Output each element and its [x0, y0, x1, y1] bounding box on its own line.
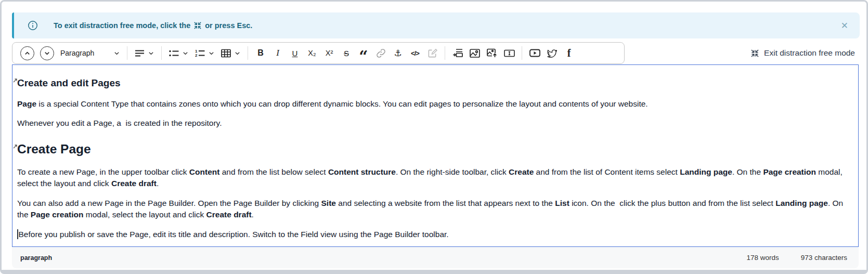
paragraph: You can also add a new Page in the Page … — [17, 198, 848, 221]
character-count: 973 characters — [801, 254, 847, 262]
paragraph: Page is a special Content Type that cont… — [17, 98, 848, 110]
text-field-button[interactable] — [501, 44, 517, 62]
heading-text: Create Page — [17, 142, 91, 156]
anchor-button[interactable]: ⚓ — [390, 44, 406, 62]
superscript-button[interactable]: X² — [321, 44, 338, 62]
numbered-list-icon: 12 — [195, 49, 205, 57]
move-down-button[interactable] — [40, 46, 54, 60]
exit-distraction-free-button[interactable]: Exit distraction free mode — [750, 42, 855, 64]
document-heading-create-and-edit-pages: Create and edit Pages — [17, 76, 848, 90]
paragraph: Whenever you edit a Page, a is created i… — [17, 118, 848, 129]
bulleted-list-dropdown[interactable] — [166, 49, 191, 57]
underline-button[interactable]: U — [287, 44, 303, 62]
insert-image-button[interactable] — [467, 44, 483, 62]
banner-text-before: To exit distraction free mode, click the — [54, 21, 190, 30]
twitter-icon — [547, 49, 557, 58]
italic-button[interactable]: I — [269, 44, 286, 62]
code-button[interactable]: </> — [407, 44, 423, 62]
chevron-up-icon — [24, 50, 31, 57]
source-editing-button[interactable] — [424, 44, 441, 62]
banner-close-icon[interactable]: ✕ — [841, 21, 848, 30]
editor-window: To exit distraction free mode, click the… — [0, 0, 868, 274]
paragraph: Before you publish or save the Page, edi… — [17, 229, 848, 240]
paragraph-style-label: Paragraph — [60, 49, 110, 57]
numbered-list-dropdown[interactable]: 12 — [192, 49, 217, 57]
insert-block-icon — [452, 48, 463, 58]
document-heading-create-page: Create Page — [17, 140, 848, 159]
editor-status-bar: paragraph 178 words 973 characters — [12, 247, 859, 268]
document-stats: 178 words 973 characters — [746, 254, 847, 262]
insert-content-block-button[interactable] — [449, 44, 466, 62]
subscript-button[interactable]: X₂ — [304, 44, 320, 62]
toolbar-separator — [522, 46, 522, 60]
toolbar-separator — [127, 46, 127, 60]
info-icon — [28, 20, 38, 31]
chevron-down-icon — [209, 50, 214, 56]
image-upload-icon — [487, 48, 497, 58]
youtube-button[interactable] — [526, 44, 543, 62]
blockquote-button[interactable]: “ — [355, 48, 372, 66]
table-icon — [221, 49, 231, 58]
text-field-icon — [504, 49, 515, 57]
distraction-free-banner: To exit distraction free mode, click the… — [12, 12, 860, 38]
chevron-down-icon — [148, 50, 154, 56]
block-marker-icon — [13, 145, 17, 149]
chevron-down-icon — [44, 50, 50, 57]
paragraph-text: Before you publish or save the Page, edi… — [19, 230, 449, 239]
toolbar-separator — [161, 46, 162, 60]
align-left-icon — [135, 49, 145, 57]
upload-image-button[interactable] — [484, 44, 500, 62]
table-dropdown[interactable] — [218, 49, 243, 58]
current-block-type: paragraph — [20, 254, 52, 262]
toolbar-separator — [445, 46, 445, 60]
bold-button[interactable]: B — [252, 44, 269, 62]
block-marker-icon — [13, 79, 17, 83]
chevron-down-icon — [235, 50, 240, 56]
strikethrough-button[interactable]: S — [338, 44, 355, 62]
paragraph: To create a new Page, in the upper toolb… — [17, 166, 848, 190]
youtube-icon — [529, 49, 540, 57]
chevron-down-icon — [114, 50, 120, 56]
link-icon — [376, 48, 386, 58]
chevron-down-icon — [183, 50, 188, 56]
banner-message: To exit distraction free mode, click the… — [54, 21, 252, 30]
move-up-button[interactable] — [20, 46, 34, 60]
word-count: 178 words — [746, 254, 779, 262]
text-alignment-dropdown[interactable] — [132, 49, 157, 57]
text-cursor — [17, 229, 18, 239]
link-button[interactable] — [372, 44, 389, 62]
compress-icon — [750, 49, 759, 58]
toolbar-separator — [248, 46, 248, 60]
exit-distraction-free-label: Exit distraction free mode — [764, 48, 855, 58]
editor-content-area[interactable]: Create and edit Pages Page is a special … — [12, 64, 859, 247]
edit-pencil-icon — [427, 48, 437, 58]
heading-text: Create and edit Pages — [17, 77, 121, 88]
image-icon — [470, 49, 480, 58]
paragraph-style-dropdown[interactable]: Paragraph — [57, 49, 123, 57]
svg-text:2: 2 — [195, 53, 198, 57]
banner-text-after: or press Esc. — [205, 21, 252, 30]
compress-icon — [193, 21, 202, 30]
editor-toolbar: Paragraph 12 B I U X₂ X² S “ — [12, 42, 625, 64]
facebook-button[interactable]: f — [561, 44, 577, 62]
twitter-button[interactable] — [543, 44, 560, 62]
bulleted-list-icon — [169, 49, 179, 57]
